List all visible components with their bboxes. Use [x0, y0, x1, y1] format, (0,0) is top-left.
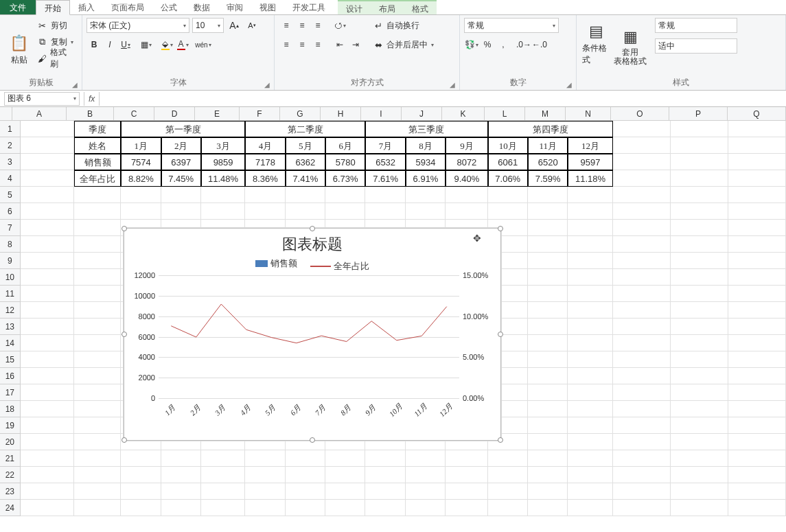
percent-format-button[interactable]: %	[480, 37, 495, 52]
align-bottom-button[interactable]: ≡	[310, 18, 325, 33]
cell-M24[interactable]	[528, 500, 568, 516]
cell-G2[interactable]: 5月	[286, 137, 325, 154]
tab-insert[interactable]: 插入	[70, 0, 103, 14]
cell-P3[interactable]	[671, 154, 728, 170]
cell-F23[interactable]	[245, 483, 285, 500]
format-as-table-button[interactable]: ▦套用 表格格式	[611, 18, 649, 67]
cell-C5[interactable]	[121, 187, 161, 203]
cell-Q23[interactable]	[728, 483, 786, 500]
cell-B22[interactable]	[74, 467, 121, 483]
cell-I1[interactable]: 第三季度	[365, 121, 487, 137]
cell-N2[interactable]: 12月	[568, 137, 612, 154]
borders-button[interactable]: ▦▾	[139, 37, 154, 52]
cell-O10[interactable]	[613, 269, 671, 286]
fx-button[interactable]: fx	[84, 92, 100, 106]
underline-button[interactable]: U▾	[118, 37, 133, 52]
cell-Q7[interactable]	[728, 220, 786, 236]
cell-M21[interactable]	[528, 450, 568, 467]
align-top-button[interactable]: ≡	[279, 18, 294, 33]
cell-J3[interactable]: 5934	[406, 154, 446, 170]
cell-B1[interactable]: 季度	[74, 121, 121, 137]
cell-L1[interactable]: 第四季度	[488, 121, 613, 137]
cell-G22[interactable]	[286, 467, 325, 483]
name-box[interactable]: 图表 6▾	[4, 92, 80, 106]
tab-page-layout[interactable]: 页面布局	[103, 0, 152, 14]
tab-view[interactable]: 视图	[251, 0, 284, 14]
wrap-text-button[interactable]: ↵自动换行	[370, 18, 437, 33]
cell-A13[interactable]	[21, 319, 74, 335]
cell-L5[interactable]	[488, 187, 528, 203]
cell-A10[interactable]	[21, 269, 74, 286]
tab-file[interactable]: 文件	[0, 0, 36, 14]
cell-J2[interactable]: 8月	[406, 137, 446, 154]
cell-M5[interactable]	[528, 187, 568, 203]
cell-N18[interactable]	[568, 401, 612, 417]
cell-O16[interactable]	[613, 368, 671, 384]
cut-button[interactable]: ✂剪切	[34, 18, 78, 33]
font-size-combo[interactable]: 10▾	[192, 18, 224, 33]
cell-Q20[interactable]	[728, 434, 786, 450]
cell-A8[interactable]	[21, 236, 74, 253]
cell-B10[interactable]	[74, 269, 121, 286]
cell-M20[interactable]	[528, 434, 568, 450]
cell-M17[interactable]	[528, 384, 568, 401]
cell-M16[interactable]	[528, 368, 568, 384]
cell-I6[interactable]	[365, 203, 405, 220]
cell-D2[interactable]: 2月	[161, 137, 201, 154]
row-header-14[interactable]: 14	[0, 335, 21, 351]
row-header-13[interactable]: 13	[0, 319, 21, 335]
cell-Q11[interactable]	[728, 286, 786, 302]
cell-I3[interactable]: 6532	[365, 154, 405, 170]
cell-N7[interactable]	[568, 220, 612, 236]
row-header-2[interactable]: 2	[0, 137, 21, 154]
cell-F1[interactable]: 第二季度	[245, 121, 365, 137]
row-header-21[interactable]: 21	[0, 450, 21, 467]
cell-J23[interactable]	[406, 483, 446, 500]
cell-P22[interactable]	[671, 467, 728, 483]
cell-A3[interactable]	[21, 154, 74, 170]
cell-C21[interactable]	[121, 450, 161, 467]
cell-O9[interactable]	[613, 253, 671, 269]
cell-F4[interactable]: 8.36%	[245, 170, 285, 187]
cell-N21[interactable]	[568, 450, 612, 467]
cell-J4[interactable]: 6.91%	[406, 170, 446, 187]
cell-C3[interactable]: 7574	[121, 154, 161, 170]
row-header-12[interactable]: 12	[0, 302, 21, 319]
cell-C24[interactable]	[121, 500, 161, 516]
cell-P8[interactable]	[671, 236, 728, 253]
select-all-corner[interactable]	[0, 107, 12, 120]
cell-P10[interactable]	[671, 269, 728, 286]
cell-N19[interactable]	[568, 417, 612, 434]
cell-G21[interactable]	[286, 450, 325, 467]
cell-K23[interactable]	[446, 483, 487, 500]
cell-B16[interactable]	[74, 368, 121, 384]
cell-P13[interactable]	[671, 319, 728, 335]
decrease-decimal-button[interactable]: ←.0	[532, 37, 547, 52]
cell-F21[interactable]	[245, 450, 285, 467]
cell-M2[interactable]: 11月	[528, 137, 568, 154]
cell-P18[interactable]	[671, 401, 728, 417]
row-header-11[interactable]: 11	[0, 286, 21, 302]
cell-E22[interactable]	[201, 467, 245, 483]
cell-Q8[interactable]	[728, 236, 786, 253]
cell-A20[interactable]	[21, 434, 74, 450]
tab-home[interactable]: 开始	[36, 0, 70, 15]
number-launcher[interactable]: ◢	[566, 81, 572, 89]
cell-A5[interactable]	[21, 187, 74, 203]
cell-A18[interactable]	[21, 401, 74, 417]
cell-K4[interactable]: 9.40%	[446, 170, 487, 187]
cell-N24[interactable]	[568, 500, 612, 516]
cell-B15[interactable]	[74, 351, 121, 368]
tab-developer[interactable]: 开发工具	[284, 0, 334, 14]
cell-Q2[interactable]	[728, 137, 786, 154]
grow-font-button[interactable]: A▴	[227, 18, 242, 33]
cell-H4[interactable]: 6.73%	[325, 170, 365, 187]
cell-D4[interactable]: 7.45%	[161, 170, 201, 187]
cell-H6[interactable]	[325, 203, 365, 220]
col-header-J[interactable]: J	[402, 107, 442, 120]
cell-O14[interactable]	[613, 335, 671, 351]
col-header-A[interactable]: A	[12, 107, 67, 120]
cell-O24[interactable]	[613, 500, 671, 516]
font-color-button[interactable]: A▾	[175, 37, 190, 52]
comma-format-button[interactable]: ,	[496, 37, 511, 52]
